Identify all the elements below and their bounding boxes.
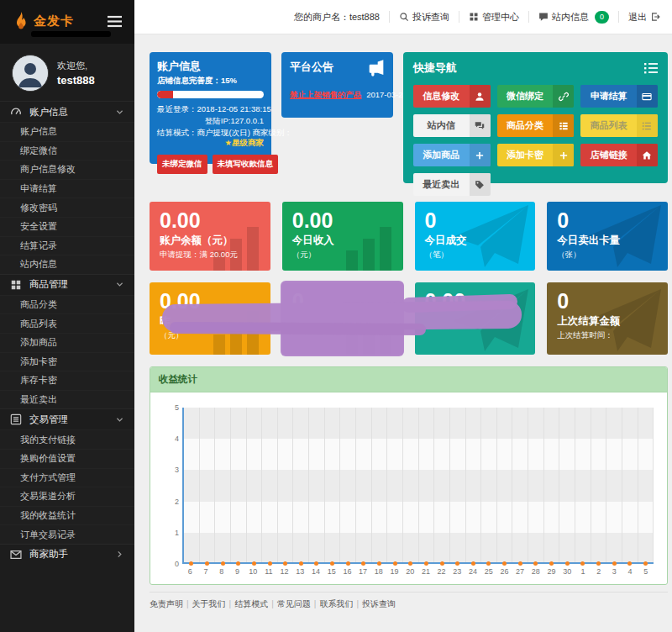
bar-chart-icon	[344, 306, 400, 355]
x-tick-label: 17	[355, 567, 371, 576]
sidebar-item-绑定微信[interactable]: 绑定微信	[0, 141, 134, 161]
y-tick-label: 2	[175, 498, 179, 506]
sidebar-section-账户信息[interactable]: 账户信息	[0, 101, 134, 122]
chart-marker	[643, 561, 648, 566]
sidebar-item-我的收益统计[interactable]: 我的收益统计	[0, 506, 134, 525]
payee-info-warning-button[interactable]: 未填写收款信息	[213, 155, 279, 174]
chart-gridline	[559, 408, 575, 564]
logout-link[interactable]: 退出	[628, 11, 660, 24]
admin-center-link[interactable]: 管理中心	[469, 11, 519, 24]
sidebar-item-站内信息[interactable]: 站内信息	[0, 255, 134, 274]
sidebar-item-安全设置[interactable]: 安全设置	[0, 217, 134, 236]
quicknav-button-微信绑定[interactable]: 微信绑定	[497, 85, 575, 108]
sidebar-item-商品列表[interactable]: 商品列表	[0, 313, 134, 333]
stat-value: 0	[292, 290, 393, 312]
user-icon	[470, 85, 491, 108]
card-icon	[637, 85, 658, 108]
quicknav-button-添加商品[interactable]: 添加商品	[413, 144, 491, 166]
sidebar-item-修改密码[interactable]: 修改密码	[0, 198, 134, 217]
chart-marker	[471, 561, 475, 566]
bind-wechat-warning-button[interactable]: 未绑定微信	[157, 155, 207, 174]
sidebar-item-账户信息[interactable]: 账户信息	[0, 122, 134, 141]
footer-link-结算模式[interactable]: 结算模式	[234, 599, 268, 608]
quicknav-button-label: 站内信	[413, 114, 470, 137]
sidebar-item-申请结算[interactable]: 申请结算	[0, 179, 134, 198]
chevron-right-icon	[115, 550, 124, 559]
sidebar-section-商家助手[interactable]: 商家助手	[0, 544, 134, 565]
chart-gridline	[481, 408, 497, 564]
sidebar-item-添加商品[interactable]: 添加商品	[0, 333, 134, 352]
chart-gridline	[215, 408, 231, 564]
quicknav-button-商品分类[interactable]: 商品分类	[497, 114, 575, 137]
divider: |	[356, 599, 359, 608]
y-tick-label: 4	[175, 434, 179, 443]
quicknav-button-添加卡密[interactable]: 添加卡密	[497, 144, 575, 166]
sidebar-item-商户信息修改[interactable]: 商户信息修改	[0, 160, 134, 179]
chart-marker	[627, 561, 632, 566]
divider	[528, 11, 529, 23]
footer-link-免责声明[interactable]: 免责声明	[150, 599, 183, 608]
list-icon[interactable]	[644, 62, 658, 74]
quicknav-button-信息修改[interactable]: 信息修改	[413, 85, 491, 108]
chart-gridline	[293, 408, 309, 564]
stat-sub-label: 上次结算时间：	[557, 330, 658, 341]
envelope-icon	[10, 549, 22, 561]
chart-marker	[221, 561, 225, 566]
stat-card-6: 0	[282, 282, 403, 355]
chart-gridline	[325, 408, 341, 564]
quicknav-button-店铺链接[interactable]: 店铺链接	[580, 144, 658, 166]
sidebar-item-我的支付链接[interactable]: 我的支付链接	[0, 429, 134, 449]
quicknav-button-站内信[interactable]: 站内信	[413, 114, 491, 137]
message-count-badge: 0	[595, 11, 609, 24]
stat-value: 0.00	[160, 209, 260, 231]
divider	[618, 11, 619, 23]
chart-gridline	[278, 408, 294, 564]
chart-marker	[189, 561, 193, 566]
x-tick-label: 8	[213, 567, 229, 576]
quicknav-button-商品列表[interactable]: 商品列表	[580, 114, 658, 137]
sidebar-item-订单交易记录[interactable]: 订单交易记录	[0, 524, 134, 544]
site-messages-link[interactable]: 站内信息 0	[538, 11, 609, 24]
sidebar-section-label: 交易管理	[29, 413, 115, 426]
stat-label: 上次结算金额	[557, 314, 658, 329]
account-info-panel: 账户信息 店铺信息完善度：15% 最近登录：2018-12-05 21:38:1…	[150, 52, 271, 164]
redaction-black	[31, 31, 111, 37]
user-panel: 欢迎您, test888	[0, 44, 134, 101]
x-tick-label: 19	[386, 567, 402, 576]
sidebar-item-支付方式管理[interactable]: 支付方式管理	[0, 468, 134, 487]
sidebar-section-商品管理[interactable]: 商品管理	[0, 274, 134, 295]
hamburger-icon[interactable]	[108, 15, 122, 28]
sidebar-item-最近卖出[interactable]: 最近卖出	[0, 390, 134, 409]
announcement-link[interactable]: 禁止上架销售的产品	[290, 90, 362, 99]
complaint-search-link[interactable]: 投诉查询	[399, 11, 449, 24]
stat-label: 账户余额（元）	[160, 234, 260, 248]
sidebar-item-商品分类[interactable]: 商品分类	[0, 295, 134, 314]
sidebar-item-添加卡密[interactable]: 添加卡密	[0, 352, 134, 371]
quicknav-button-申请结算[interactable]: 申请结算	[580, 85, 658, 108]
quicknav-button-最近卖出[interactable]: 最近卖出	[413, 173, 491, 196]
stat-label: 今日成交	[425, 234, 526, 248]
sidebar-item-交易渠道分析[interactable]: 交易渠道分析	[0, 487, 134, 506]
comments-icon	[470, 114, 491, 137]
last-login-text: 最近登录：2018-12-05 21:38:15	[157, 103, 264, 115]
sidebar-item-库存卡密[interactable]: 库存卡密	[0, 371, 134, 390]
footer-link-联系我们[interactable]: 联系我们	[319, 599, 353, 608]
chart-plot: 012345	[182, 408, 654, 564]
sidebar-section-label: 商家助手	[29, 548, 115, 561]
chart-marker	[455, 561, 459, 566]
account-panel-title: 账户信息	[157, 59, 264, 74]
chart-marker	[393, 561, 397, 566]
x-tick-label: 13	[292, 567, 308, 576]
footer-link-常见问题[interactable]: 常见问题	[277, 599, 311, 608]
sidebar-section-交易管理[interactable]: 交易管理	[0, 408, 134, 429]
top-navbar: 您的商户名：test888 投诉查询 管理中心 站内信息 0 退出	[134, 0, 672, 34]
sidebar-item-换购价值设置[interactable]: 换购价值设置	[0, 449, 134, 468]
quicknav-button-label: 最近卖出	[413, 173, 470, 196]
quicknav-button-label: 微信绑定	[497, 85, 554, 108]
app-brand[interactable]: 金发卡	[0, 0, 134, 44]
sidebar-item-结算记录[interactable]: 结算记录	[0, 236, 134, 255]
x-tick-label: 2	[591, 567, 606, 576]
footer-link-投诉查询[interactable]: 投诉查询	[362, 599, 396, 608]
chart-marker	[361, 561, 365, 566]
footer-link-关于我们[interactable]: 关于我们	[192, 599, 226, 608]
